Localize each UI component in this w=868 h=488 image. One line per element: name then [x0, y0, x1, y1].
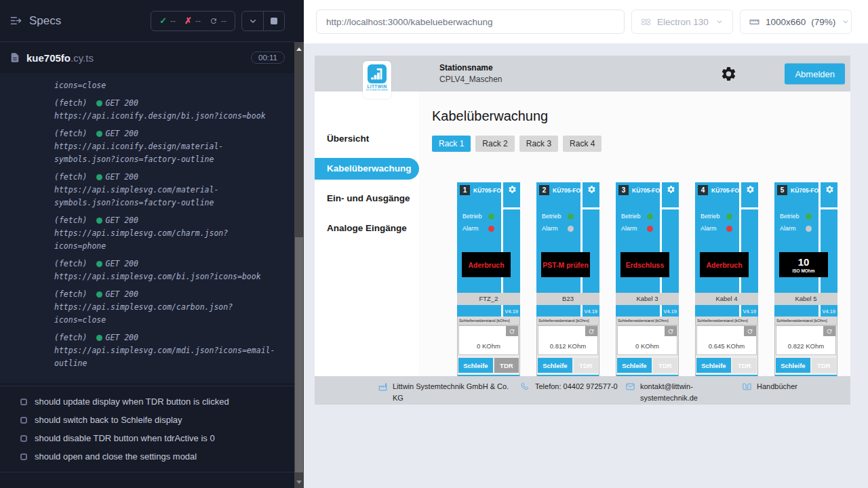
log-entry[interactable]: (fetch)GET 200 https://api.simplesvg.com… — [54, 331, 278, 370]
test-runner-panel: Specs ✓-- ✗-- -- kue705fo.cy.ts 00:11 ic… — [0, 0, 294, 488]
schleife-button[interactable]: Schleife — [776, 358, 810, 373]
stage-toolbar: Electron 130 1000x660 (79%) — [304, 0, 868, 43]
browser-selector[interactable]: Electron 130 — [631, 9, 733, 34]
phone-icon — [520, 382, 530, 392]
scroll-up-arrow[interactable] — [294, 43, 304, 54]
schleife-button[interactable]: Schleife — [538, 358, 572, 373]
scrollbar-thumb[interactable] — [295, 237, 303, 472]
test-item[interactable]: should switch back to Schleife display — [0, 411, 294, 429]
divider — [580, 305, 583, 317]
page-title: Kabelüberwachung — [432, 108, 850, 124]
footer-item[interactable]: Telefon: 04402 972577-0 — [520, 381, 618, 405]
rack-tab[interactable]: Rack 3 — [519, 136, 558, 152]
runner-header: Specs ✓-- ✗-- -- — [0, 0, 294, 42]
test-item[interactable]: should update display when TDR button is… — [0, 392, 294, 411]
chevron-down-icon — [715, 17, 724, 26]
collapse-button[interactable] — [242, 12, 263, 30]
rack-tab[interactable]: Rack 2 — [475, 136, 514, 152]
status-display: Aderbruch — [700, 252, 749, 277]
test-item[interactable]: should open and close the settings modal — [0, 447, 294, 466]
device-card: 1 KÜ705-FO Betrieb Alarm Aderbruch FTZ_2… — [457, 182, 520, 376]
tdr-button[interactable]: TDR — [732, 358, 757, 373]
firmware-version: V4.19 — [505, 308, 518, 314]
cable-name: Kabel 5 — [774, 293, 837, 305]
app-viewport: LITTWIN SYSTEMTECHNIK Stationsname CPLV4… — [315, 56, 850, 405]
device-model: KÜ705-FO — [553, 187, 580, 194]
device-settings-gear-icon[interactable] — [825, 185, 834, 194]
log-url: https://api.iconify.design/bi.json?icons… — [54, 110, 278, 123]
device-settings-gear-icon[interactable] — [667, 185, 675, 194]
log-entry[interactable]: (fetch)GET 200 https://api.simplesvg.com… — [54, 214, 278, 253]
scrollbar-track[interactable] — [294, 42, 304, 488]
measurement-label: Schleifenwiderstand [kOhm] — [775, 317, 837, 325]
logout-button[interactable]: Abmelden — [785, 63, 845, 84]
footer-item[interactable]: Handbücher — [742, 381, 797, 405]
run-stats: ✓-- ✗-- -- — [151, 11, 235, 31]
alarm-led — [568, 226, 574, 232]
device-card: 3 KÜ705-FO Betrieb Alarm Erdschluss Kabe… — [616, 182, 679, 376]
alarm-led-row: Alarm — [462, 222, 494, 235]
alarm-led — [806, 226, 812, 232]
log-entry[interactable]: (fetch)GET 200 https://api.simplesvg.com… — [54, 258, 278, 283]
specs-list-icon[interactable] — [9, 14, 22, 27]
rack-tab[interactable]: Rack 4 — [563, 136, 601, 152]
alarm-led — [488, 226, 494, 232]
device-settings-gear-icon[interactable] — [746, 185, 755, 194]
station-info: Stationsname CPLV4_Maschen — [315, 63, 502, 84]
tdr-button[interactable]: TDR — [574, 358, 598, 373]
refresh-button[interactable] — [744, 326, 756, 336]
betrieb-led — [726, 214, 732, 220]
log-url: https://api.iconify.design/material-symb… — [54, 140, 278, 166]
runner-controls — [241, 11, 285, 31]
alarm-led — [726, 226, 732, 232]
sidebar-item[interactable]: Ein- und Ausgänge — [315, 188, 419, 209]
slot-number: 2 — [539, 185, 549, 195]
sidebar-item[interactable]: Übersicht — [315, 128, 419, 150]
device-settings-gear-icon[interactable] — [587, 185, 596, 194]
test-title: should open and close the settings modal — [35, 451, 197, 462]
log-entry[interactable]: (fetch)GET 200 https://api.iconify.desig… — [54, 127, 278, 166]
cable-name: B23 — [536, 293, 599, 305]
log-url: https://api.simplesvg.com/carbon.json?ic… — [54, 301, 278, 327]
rack-tab[interactable]: Rack 1 — [432, 136, 471, 152]
tdr-button[interactable]: TDR — [494, 358, 519, 373]
log-entry[interactable]: (fetch)GET 200 https://api.simplesvg.com… — [54, 288, 278, 327]
device-card: 2 KÜ705-FO Betrieb Alarm PST-M prüfen B2… — [536, 182, 599, 376]
schleife-button[interactable]: Schleife — [696, 358, 731, 373]
device-settings-gear-icon[interactable] — [508, 185, 517, 194]
viewport-zoom: (79%) — [811, 17, 835, 27]
footer-item[interactable]: kontakt@littwin-systemtechnik.de — [625, 381, 722, 405]
refresh-button[interactable] — [506, 326, 518, 336]
spec-file-row[interactable]: kue705fo.cy.ts 00:11 — [0, 42, 294, 73]
sidebar-item[interactable]: Analoge Eingänge — [315, 218, 419, 239]
log-url: icons=close — [54, 79, 278, 92]
refresh-button[interactable] — [665, 326, 677, 336]
settings-gear-icon[interactable] — [720, 65, 737, 82]
email-icon — [625, 382, 635, 392]
refresh-button[interactable] — [585, 326, 597, 336]
footer-item[interactable]: Littwin Systemtechnik GmbH & Co. KG — [378, 381, 513, 405]
log-entry[interactable]: icons=close — [54, 79, 278, 92]
sidebar-item[interactable]: Kabelüberwachung — [315, 158, 419, 180]
test-item[interactable]: should disable TDR button when tdrActive… — [0, 429, 294, 447]
stat-pending: -- — [210, 16, 226, 26]
viewport-size: 1000x660 — [766, 17, 806, 27]
url-input[interactable] — [316, 9, 625, 34]
alarm-led — [647, 226, 653, 232]
measurement-panel: Schleifenwiderstand [kOhm] 0 KOhm Schlei… — [457, 317, 520, 376]
refresh-button[interactable] — [823, 326, 835, 336]
viewport-selector[interactable]: 1000x660 (79%) — [740, 9, 852, 34]
log-entry[interactable]: (fetch)GET 200 https://api.simplesvg.com… — [54, 171, 278, 209]
scroll-down-arrow[interactable] — [294, 476, 304, 487]
tdr-button[interactable]: TDR — [653, 358, 677, 373]
test-title: should switch back to Schleife display — [35, 415, 182, 425]
test-list: should update display when TDR button is… — [0, 386, 294, 472]
schleife-button[interactable]: Schleife — [458, 358, 493, 373]
device-card: 4 KÜ705-FO Betrieb Alarm Aderbruch Kabel… — [695, 182, 758, 376]
betrieb-led — [647, 214, 653, 220]
device-model: KÜ705-FO — [791, 187, 818, 194]
log-entry[interactable]: (fetch)GET 200 https://api.iconify.desig… — [54, 97, 278, 123]
stop-button[interactable] — [263, 12, 284, 30]
tdr-button[interactable]: TDR — [812, 358, 836, 373]
schleife-button[interactable]: Schleife — [617, 358, 652, 373]
